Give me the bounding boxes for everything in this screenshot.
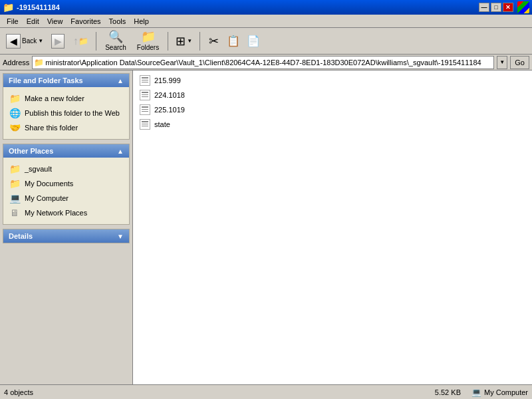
file-folder-tasks-body: 📁 Make a new folder 🌐 Publish this folde… <box>3 87 129 139</box>
file-name-215999: 215.999 <box>154 76 181 84</box>
share-icon: 🤝 <box>9 122 21 133</box>
my-documents-icon: 📁 <box>9 178 21 189</box>
file-img-2251019 <box>140 104 150 115</box>
up-arrow-icon: ↑ <box>73 35 78 47</box>
back-label: Back <box>22 37 37 45</box>
network-icon: 🖥 <box>9 207 21 218</box>
paste-button[interactable]: 📄 <box>244 30 263 53</box>
address-folder-icon: 📁 <box>34 58 44 67</box>
folders-label: Folders <box>137 44 159 51</box>
file-item-2251019[interactable]: 225.1019 <box>136 102 529 117</box>
address-input-wrap: 📁 <box>32 56 494 69</box>
file-item-state[interactable]: state <box>136 117 529 132</box>
menu-favorites[interactable]: Favorites <box>66 16 104 27</box>
sgvault-label: _sgvault <box>25 165 52 173</box>
file-folder-tasks-header[interactable]: File and Folder Tasks ▲ <box>3 74 129 87</box>
other-places-collapse-icon: ▲ <box>117 148 124 155</box>
close-button[interactable]: ✕ <box>503 3 513 12</box>
address-label: Address <box>3 59 29 66</box>
titlebar-left: 📁 -1915411184 <box>3 2 60 13</box>
file-name-state: state <box>154 120 170 128</box>
titlebar-buttons: — □ ✕ <box>479 3 513 12</box>
location-label: My Computer <box>484 388 528 396</box>
my-computer-label: My Computer <box>25 194 68 202</box>
main-content: File and Folder Tasks ▲ 📁 Make a new fol… <box>0 70 532 384</box>
left-panel: File and Folder Tasks ▲ 📁 Make a new fol… <box>0 70 133 384</box>
file-img-2241018 <box>140 90 150 100</box>
file-item-2241018[interactable]: 224.1018 <box>136 88 529 102</box>
status-location: 💻 My Computer <box>471 388 528 397</box>
toolbar: ◀ Back ▼ ▶ ↑ 📁 🔍 Search 📁 Folders ⊞ ▼ ✂ <box>0 28 532 55</box>
maximize-button[interactable]: □ <box>491 3 501 12</box>
other-places-body: 📁 _sgvault 📁 My Documents 💻 My Computer … <box>3 158 129 224</box>
menu-view[interactable]: View <box>43 16 67 27</box>
back-arrow-icon: ◀ <box>6 34 21 49</box>
file-folder-tasks-section: File and Folder Tasks ▲ 📁 Make a new fol… <box>3 73 130 140</box>
share-folder-item[interactable]: 🤝 Share this folder <box>6 120 126 135</box>
file-size: 5.52 KB <box>435 388 461 396</box>
file-img-215999 <box>140 75 150 86</box>
file-folder-tasks-title: File and Folder Tasks <box>9 76 83 84</box>
publish-web-item[interactable]: 🌐 Publish this folder to the Web <box>6 106 126 120</box>
my-documents-item[interactable]: 📁 My Documents <box>6 176 126 191</box>
details-title: Details <box>9 232 33 240</box>
sgvault-item[interactable]: 📁 _sgvault <box>6 162 126 176</box>
menu-tools[interactable]: Tools <box>105 16 130 27</box>
forward-button[interactable]: ▶ <box>48 30 68 53</box>
copy-button[interactable]: 📋 <box>224 30 243 53</box>
address-input[interactable] <box>45 59 492 66</box>
folders-button[interactable]: 📁 Folders <box>132 30 164 53</box>
window-title: -1915411184 <box>17 3 60 11</box>
windows-logo <box>517 1 529 13</box>
file-icon-215999 <box>140 75 150 86</box>
sgvault-folder-icon: 📁 <box>9 164 21 174</box>
cut-button[interactable]: ✂ <box>204 30 223 53</box>
forward-arrow-icon: ▶ <box>51 34 65 49</box>
back-dropdown-icon: ▼ <box>38 38 43 44</box>
addressbar: Address 📁 ▼ Go <box>0 55 532 70</box>
my-network-places-item[interactable]: 🖥 My Network Places <box>6 205 126 220</box>
my-computer-item[interactable]: 💻 My Computer <box>6 191 126 205</box>
other-places-header[interactable]: Other Places ▲ <box>3 144 129 158</box>
back-button[interactable]: ◀ Back ▼ <box>3 30 47 53</box>
status-right: 5.52 KB 💻 My Computer <box>435 388 528 397</box>
right-panel[interactable]: 215.999 224.1018 225.1019 state <box>133 70 532 384</box>
copy-icon: 📋 <box>227 35 240 47</box>
make-new-folder-label: Make a new folder <box>25 94 84 102</box>
address-dropdown-button[interactable]: ▼ <box>497 56 507 69</box>
folder-icon: 📁 <box>3 2 14 13</box>
search-icon: 🔍 <box>108 31 123 43</box>
other-places-title: Other Places <box>9 147 53 155</box>
view-button[interactable]: ⊞ ▼ <box>172 30 196 53</box>
file-item-215999[interactable]: 215.999 <box>136 73 529 88</box>
my-computer-icon: 💻 <box>9 193 21 203</box>
menu-help[interactable]: Help <box>130 16 153 27</box>
details-header[interactable]: Details ▼ <box>3 229 129 243</box>
up-button[interactable]: ↑ 📁 <box>69 30 92 53</box>
view-dropdown-icon: ▼ <box>187 38 192 44</box>
view-icon: ⊞ <box>176 34 186 49</box>
collapse-icon: ▲ <box>117 77 124 84</box>
toolbar-separator-2 <box>168 32 168 51</box>
file-img-state <box>140 119 150 130</box>
my-documents-label: My Documents <box>25 180 73 188</box>
folder-icon: 📁 <box>9 93 21 104</box>
go-button[interactable]: Go <box>510 56 529 69</box>
details-collapse-icon: ▼ <box>117 233 124 240</box>
minimize-button[interactable]: — <box>479 3 489 12</box>
publish-web-label: Publish this folder to the Web <box>25 109 120 117</box>
make-new-folder-item[interactable]: 📁 Make a new folder <box>6 91 126 106</box>
file-icon-2251019 <box>140 104 150 115</box>
menubar: File Edit View Favorites Tools Help <box>0 15 532 28</box>
file-icon-2241018 <box>140 90 150 100</box>
toolbar-separator-1 <box>96 32 96 51</box>
menu-edit[interactable]: Edit <box>23 16 43 27</box>
search-label: Search <box>105 44 126 51</box>
share-folder-label: Share this folder <box>25 124 78 132</box>
file-name-2241018: 224.1018 <box>154 91 185 99</box>
other-places-section: Other Places ▲ 📁 _sgvault 📁 My Documents… <box>3 144 130 225</box>
search-button[interactable]: 🔍 Search <box>100 30 131 53</box>
toolbar-separator-3 <box>200 32 200 51</box>
cut-icon: ✂ <box>209 34 219 49</box>
menu-file[interactable]: File <box>3 16 23 27</box>
